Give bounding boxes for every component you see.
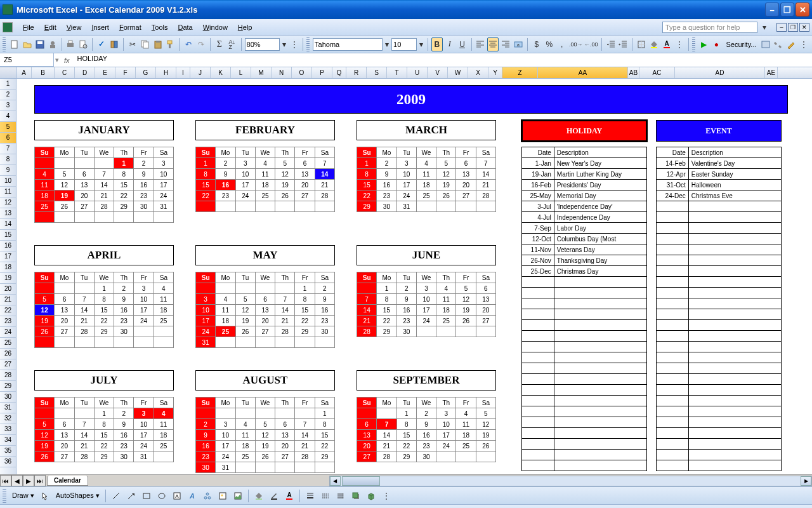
list-date[interactable]: 24-Dec (657, 190, 689, 201)
percent-icon[interactable]: % (544, 37, 555, 51)
day-cell[interactable]: 5 (275, 158, 295, 169)
day-cell[interactable]: 29 (94, 451, 114, 462)
menu-help[interactable]: Help (233, 21, 258, 34)
day-cell[interactable]: 2 (396, 283, 416, 294)
fontsize-dropdown-icon[interactable]: ▾ (418, 37, 424, 51)
day-cell[interactable]: 13 (456, 169, 476, 180)
day-cell[interactable] (235, 201, 255, 212)
day-cell[interactable] (134, 326, 154, 337)
day-cell[interactable]: 6 (357, 419, 377, 430)
day-cell[interactable] (55, 283, 74, 294)
toolbar-grip-2[interactable] (306, 37, 310, 51)
list-date[interactable]: 25-May (522, 190, 554, 201)
align-left-icon[interactable] (475, 37, 486, 51)
day-cell[interactable]: 24 (134, 316, 154, 326)
day-cell[interactable]: 23 (134, 190, 154, 201)
row-header-6[interactable]: 6 (0, 133, 16, 144)
menu-insert[interactable]: Insert (86, 21, 114, 34)
row-header-24[interactable]: 24 (0, 327, 16, 338)
day-cell[interactable]: 11 (154, 294, 173, 305)
minimize-button[interactable]: – (765, 3, 779, 17)
day-cell[interactable] (476, 201, 495, 212)
help-dropdown-icon[interactable]: ▾ (757, 20, 771, 34)
day-cell[interactable] (134, 212, 154, 223)
list-desc[interactable]: Halloween (688, 180, 781, 190)
day-cell[interactable]: 12 (255, 430, 275, 441)
textbox-icon[interactable]: A (170, 489, 184, 503)
row-header-28[interactable]: 28 (0, 370, 16, 381)
day-cell[interactable] (436, 326, 456, 337)
day-cell[interactable]: 24 (416, 316, 436, 326)
day-cell[interactable]: 31 (134, 451, 154, 462)
day-cell[interactable]: 10 (416, 294, 436, 305)
day-cell[interactable]: 29 (357, 201, 377, 212)
day-cell[interactable]: 14 (74, 430, 94, 441)
font-color-draw-icon[interactable]: A (282, 489, 296, 503)
formula-input[interactable]: HOLIDAY (74, 53, 812, 67)
day-cell[interactable]: 4 (154, 408, 173, 419)
day-cell[interactable]: 22 (114, 190, 134, 201)
row-header-14[interactable]: 14 (0, 219, 16, 230)
scroll-thumb[interactable] (342, 476, 380, 486)
day-cell[interactable]: 21 (295, 441, 315, 451)
paste-icon[interactable] (152, 37, 164, 51)
day-cell[interactable]: 28 (295, 451, 315, 462)
day-cell[interactable]: 8 (295, 294, 315, 305)
underline-button[interactable]: U (457, 37, 468, 51)
day-cell[interactable] (235, 462, 255, 473)
day-cell[interactable]: 13 (295, 169, 315, 180)
row-header-5[interactable]: 5 (0, 122, 16, 133)
row-header-7[interactable]: 7 (0, 144, 16, 154)
day-cell[interactable] (154, 326, 173, 337)
day-cell[interactable] (196, 283, 216, 294)
day-cell[interactable]: 24 (216, 451, 235, 462)
day-cell[interactable]: 11 (35, 180, 55, 190)
line-icon[interactable] (109, 489, 123, 503)
day-cell[interactable]: 30 (114, 451, 134, 462)
row-header-33[interactable]: 33 (0, 424, 16, 435)
col-header-B[interactable]: B (32, 67, 55, 78)
day-cell[interactable]: 12 (456, 294, 476, 305)
day-cell[interactable]: 15 (295, 305, 315, 316)
day-cell[interactable]: 9 (396, 294, 416, 305)
day-cell[interactable]: 11 (154, 419, 173, 430)
fill-color-draw-icon[interactable] (252, 489, 266, 503)
day-cell[interactable] (255, 283, 275, 294)
day-cell[interactable] (55, 337, 74, 348)
tab-nav-prev[interactable]: ◀ (11, 475, 23, 486)
format-painter-icon[interactable] (164, 37, 176, 51)
day-cell[interactable]: 31 (216, 462, 235, 473)
day-cell[interactable] (35, 283, 55, 294)
day-cell[interactable]: 3 (154, 158, 173, 169)
draw-grip[interactable] (3, 489, 6, 503)
row-header-36[interactable]: 36 (0, 457, 16, 467)
day-cell[interactable]: 10 (396, 169, 416, 180)
day-cell[interactable]: 20 (295, 180, 315, 190)
row-header-9[interactable]: 9 (0, 165, 16, 176)
day-cell[interactable] (114, 337, 134, 348)
day-cell[interactable] (295, 337, 315, 348)
row-header-30[interactable]: 30 (0, 392, 16, 403)
day-cell[interactable]: 15 (94, 305, 114, 316)
day-cell[interactable]: 22 (196, 190, 216, 201)
list-desc[interactable]: 'Independence Day' (554, 201, 646, 212)
list-desc[interactable]: Labor Day (554, 223, 646, 234)
row-header-29[interactable]: 29 (0, 381, 16, 392)
day-cell[interactable] (235, 283, 255, 294)
col-header-D[interactable]: D (75, 67, 95, 78)
day-cell[interactable]: 4 (35, 169, 55, 180)
maximize-button[interactable]: ❐ (780, 3, 794, 17)
day-cell[interactable]: 4 (456, 408, 476, 419)
day-cell[interactable]: 16 (377, 180, 396, 190)
day-cell[interactable]: 13 (55, 430, 74, 441)
day-cell[interactable]: 29 (114, 201, 134, 212)
scroll-left-button[interactable]: ◀ (330, 476, 341, 486)
day-cell[interactable]: 13 (74, 180, 94, 190)
day-cell[interactable] (154, 212, 173, 223)
print-icon[interactable] (65, 37, 76, 51)
day-cell[interactable]: 14 (94, 180, 114, 190)
day-cell[interactable] (216, 408, 235, 419)
menu-tools[interactable]: Tools (147, 21, 173, 34)
day-cell[interactable]: 24 (396, 190, 416, 201)
list-date[interactable]: 1-Jan (522, 158, 554, 169)
